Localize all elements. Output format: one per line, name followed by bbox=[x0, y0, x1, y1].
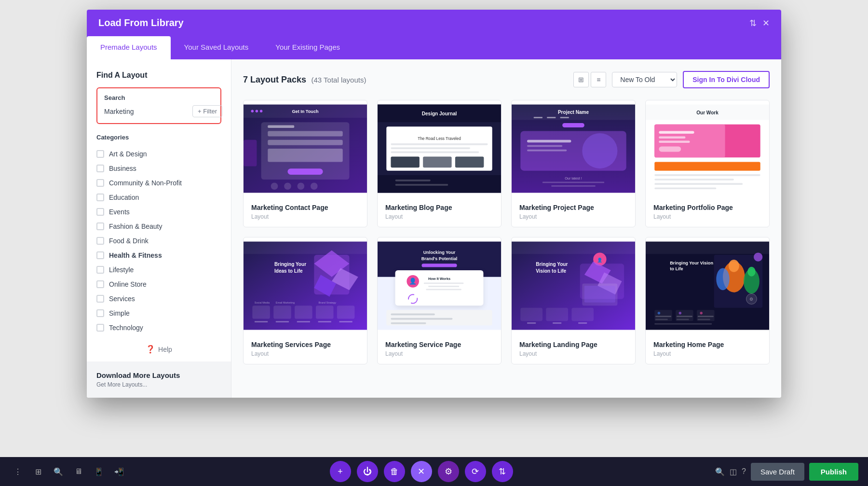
settings-button[interactable]: ⚙ bbox=[438, 461, 459, 482]
checkbox-health[interactable] bbox=[96, 251, 104, 259]
tab-existing[interactable]: Your Existing Pages bbox=[262, 36, 353, 59]
category-food[interactable]: Food & Drink bbox=[96, 234, 221, 248]
tab-saved[interactable]: Your Saved Layouts bbox=[171, 36, 262, 59]
sign-in-button[interactable]: Sign In To Divi Cloud bbox=[683, 71, 770, 88]
category-services[interactable]: Services bbox=[96, 292, 221, 306]
category-business[interactable]: Business bbox=[96, 161, 221, 176]
layout-card-landing[interactable]: Bringing Your Vision to Life 👤 bbox=[511, 237, 636, 364]
svg-rect-96 bbox=[391, 318, 452, 320]
svg-rect-36 bbox=[560, 117, 569, 118]
checkbox-business[interactable] bbox=[96, 165, 104, 172]
checkbox-food[interactable] bbox=[96, 237, 104, 245]
search-button[interactable]: 🔍 bbox=[50, 463, 67, 480]
history-button[interactable]: ⟳ bbox=[465, 461, 486, 482]
category-lifestyle[interactable]: Lifestyle bbox=[96, 263, 221, 277]
svg-rect-114 bbox=[578, 322, 587, 324]
bottom-toolbar: ⋮ ⊞ 🔍 🖥 📱 📲 + ⏻ 🗑 ✕ ⚙ ⟳ ⇅ 🔍 ◫ ? Save Dra… bbox=[0, 457, 868, 486]
category-technology[interactable]: Technology bbox=[96, 320, 221, 335]
grid-view-button[interactable]: ⊞ bbox=[573, 72, 589, 87]
help-label: Help bbox=[158, 346, 172, 353]
category-label-simple: Simple bbox=[109, 309, 130, 317]
trash-button[interactable]: 🗑 bbox=[384, 461, 405, 482]
add-button[interactable]: + bbox=[330, 461, 351, 482]
save-draft-button[interactable]: Save Draft bbox=[751, 463, 804, 481]
layout-card-home[interactable]: Bringing Your Vision to Life bbox=[645, 237, 770, 364]
svg-text:Brand Strategy: Brand Strategy bbox=[318, 301, 336, 304]
checkbox-technology[interactable] bbox=[96, 324, 104, 332]
checkbox-fashion[interactable] bbox=[96, 222, 104, 230]
layout-type-home: Layout bbox=[653, 350, 761, 357]
checkbox-community[interactable] bbox=[96, 179, 104, 187]
more-options-button[interactable]: ⋮ bbox=[10, 463, 26, 480]
tab-premade[interactable]: Premade Layouts bbox=[87, 36, 171, 59]
svg-rect-61 bbox=[244, 242, 367, 254]
svg-rect-42 bbox=[527, 150, 567, 152]
layout-card-contact[interactable]: Get In Touch bbox=[243, 100, 367, 227]
thumbnail-svg-service: Unlocking Your Brand's Potential 👤 How I… bbox=[378, 237, 501, 334]
download-section: Download More Layouts Get More Layouts..… bbox=[87, 361, 231, 398]
svg-text:⚙: ⚙ bbox=[749, 297, 753, 302]
category-education[interactable]: Education bbox=[96, 190, 221, 205]
checkbox-online-store[interactable] bbox=[96, 280, 104, 288]
search-small-icon[interactable]: 🔍 bbox=[715, 467, 725, 476]
modal-close-icon[interactable]: ✕ bbox=[762, 18, 770, 28]
desktop-view-button[interactable]: 🖥 bbox=[70, 463, 87, 480]
category-art-design[interactable]: Art & Design bbox=[96, 147, 221, 161]
svg-point-14 bbox=[298, 182, 305, 190]
checkbox-services[interactable] bbox=[96, 295, 104, 303]
layout-card-blog[interactable]: Design Journal The Road Less Traveled bbox=[377, 100, 502, 227]
layout-name-portfolio: Marketing Portfolio Page bbox=[653, 204, 761, 211]
svg-rect-111 bbox=[571, 308, 594, 321]
sidebar-title: Find A Layout bbox=[96, 71, 221, 80]
layers-icon[interactable]: ◫ bbox=[730, 467, 737, 476]
svg-text:Bringing Your: Bringing Your bbox=[536, 262, 568, 267]
checkbox-education[interactable] bbox=[96, 194, 104, 201]
svg-rect-53 bbox=[659, 141, 690, 143]
search-box: Search + Filter bbox=[96, 87, 221, 124]
search-input-row: + Filter bbox=[104, 105, 214, 117]
category-simple[interactable]: Simple bbox=[96, 306, 221, 320]
power-button[interactable]: ⏻ bbox=[357, 461, 378, 482]
checkbox-simple[interactable] bbox=[96, 309, 104, 317]
svg-rect-95 bbox=[391, 314, 434, 316]
layout-card-portfolio[interactable]: Our Work bbox=[645, 100, 770, 227]
svg-rect-73 bbox=[255, 321, 268, 322]
category-label-community: Community & Non-Profit bbox=[109, 179, 182, 187]
category-fashion[interactable]: Fashion & Beauty bbox=[96, 219, 221, 234]
layout-info-services: Marketing Services Page Layout bbox=[244, 334, 367, 364]
svg-rect-92 bbox=[426, 289, 461, 290]
category-label-health: Health & Fitness bbox=[109, 251, 162, 259]
search-input[interactable] bbox=[104, 108, 189, 115]
help-link[interactable]: ❓ Help bbox=[96, 345, 221, 354]
help-icon[interactable]: ? bbox=[742, 467, 746, 476]
layout-name-service: Marketing Service Page bbox=[385, 341, 493, 348]
svg-point-131 bbox=[658, 312, 660, 314]
svg-rect-138 bbox=[677, 319, 689, 320]
category-events[interactable]: Events bbox=[96, 205, 221, 219]
adjust-button[interactable]: ⇅ bbox=[492, 461, 513, 482]
thumbnail-svg-project: Project Name bbox=[512, 100, 635, 197]
layout-card-services[interactable]: Bringing Your Ideas to Life bbox=[243, 237, 367, 364]
pin-icon[interactable]: ⇅ bbox=[749, 18, 757, 28]
layout-name-contact: Marketing Contact Page bbox=[251, 204, 359, 211]
svg-point-123 bbox=[747, 267, 755, 277]
layout-card-project[interactable]: Project Name bbox=[511, 100, 636, 227]
sort-select[interactable]: New To Old Old To New A to Z Z to A bbox=[612, 72, 677, 87]
checkbox-lifestyle[interactable] bbox=[96, 266, 104, 274]
close-center-button[interactable]: ✕ bbox=[411, 461, 432, 482]
publish-button[interactable]: Publish bbox=[809, 463, 858, 481]
category-health[interactable]: Health & Fitness bbox=[96, 248, 221, 263]
category-community[interactable]: Community & Non-Profit bbox=[96, 176, 221, 190]
help-circle-icon: ❓ bbox=[146, 345, 155, 354]
layout-info-contact: Marketing Contact Page Layout bbox=[244, 197, 367, 227]
mobile-view-button[interactable]: 📲 bbox=[111, 463, 127, 480]
tablet-view-button[interactable]: 📱 bbox=[91, 463, 107, 480]
list-view-button[interactable]: ≡ bbox=[591, 72, 606, 87]
layout-card-service[interactable]: Unlocking Your Brand's Potential 👤 How I… bbox=[377, 237, 502, 364]
checkbox-events[interactable] bbox=[96, 208, 104, 216]
checkbox-art-design[interactable] bbox=[96, 150, 104, 158]
grid-button[interactable]: ⊞ bbox=[30, 463, 46, 480]
svg-point-127 bbox=[754, 252, 762, 261]
filter-button[interactable]: + Filter bbox=[192, 105, 222, 117]
category-online-store[interactable]: Online Store bbox=[96, 277, 221, 292]
